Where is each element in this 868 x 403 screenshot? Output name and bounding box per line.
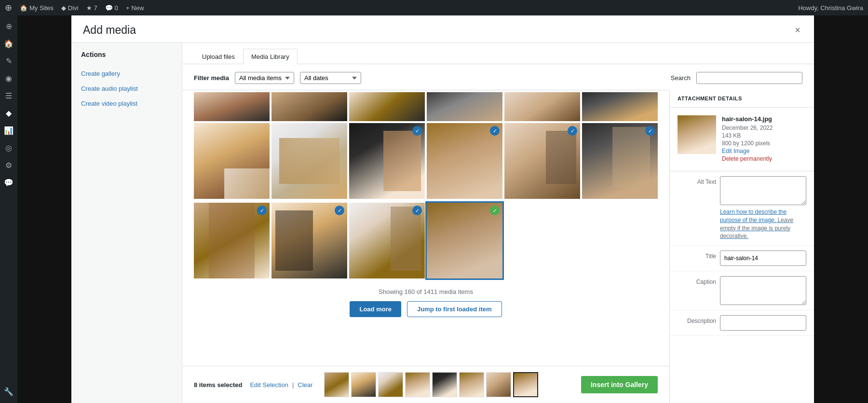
wp-logo-icon[interactable]: ⊕ [5,2,12,13]
admin-bar-mysites[interactable]: 🏠 My Sites [20,4,54,12]
admin-bar-divi-count[interactable]: ★ 7 [86,4,97,12]
admin-bar-divi[interactable]: ◆ Divi [61,4,79,12]
admin-bar-comments[interactable]: 💬 0 [105,4,118,12]
admin-bar-user: Howdy, Christina Gwira [798,4,863,12]
admin-bar: ⊕ 🏠 My Sites ◆ Divi ★ 7 💬 0 + New Howdy,… [0,0,868,15]
admin-bar-new[interactable]: + New [126,4,144,12]
admin-bar-left: ⊕ 🏠 My Sites ◆ Divi ★ 7 💬 0 + New [5,2,788,13]
